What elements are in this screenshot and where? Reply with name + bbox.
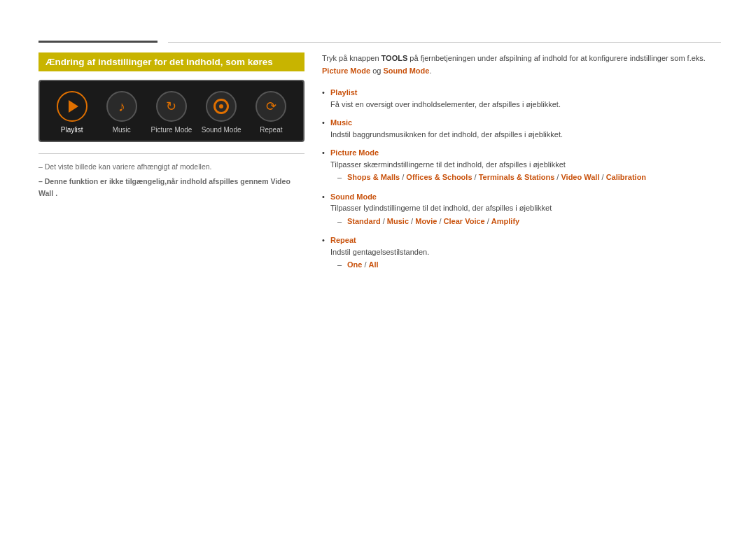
device-panel: Playlist ♪ Music ↻ Picture Mode [38, 80, 304, 142]
music-sound: Music [387, 217, 409, 225]
panel-label-sound: Sound Mode [202, 126, 241, 134]
picture-sub-list: Shops & Malls / Offices & Schools / Term… [330, 171, 718, 184]
intro-paragraph: Tryk på knappen TOOLS på fjernbetjeninge… [322, 52, 718, 77]
terminals-stations: Terminals & Stations [479, 173, 555, 181]
item-title-music: Music [330, 118, 352, 127]
sound-sub-list: Standard / Music / Movie / Clear Voice /… [330, 216, 718, 228]
offices-schools: Offices & Schools [406, 173, 472, 181]
item-title-playlist: Playlist [330, 88, 358, 97]
shops-malls: Shops & Malls [347, 173, 400, 181]
item-desc-picture: Tilpasser skærmindstillingerne til det i… [330, 159, 718, 171]
sound-mode-icon [214, 99, 229, 114]
panel-label-picture: Picture Mode [151, 126, 192, 134]
item-title-picture: Picture Mode [330, 148, 379, 157]
intro-end: . [429, 66, 431, 75]
intro-link-picture-mode: Picture Mode [322, 66, 370, 75]
playlist-icon [69, 100, 78, 113]
note-2: – Denne funktion er ikke tilgængelig,når… [38, 176, 304, 199]
panel-item-sound[interactable]: Sound Mode [200, 91, 242, 134]
all: All [369, 260, 379, 269]
one: One [347, 260, 362, 269]
list-item-picture: Picture Mode Tilpasser skærmindstillinge… [322, 147, 718, 184]
intro-bold: TOOLS [382, 54, 408, 62]
item-desc-music: Indstil baggrundsmusiknken for det indho… [330, 129, 718, 141]
list-item-sound: Sound Mode Tilpasser lydindstillingerne … [322, 191, 718, 228]
picture-mode-icon: ↻ [166, 100, 176, 113]
panel-label-repeat: Repeat [260, 126, 282, 134]
music-icon: ♪ [118, 99, 125, 113]
note-2-end: . [55, 189, 57, 197]
standard: Standard [347, 217, 381, 225]
panel-item-picture[interactable]: ↻ Picture Mode [150, 91, 192, 134]
intro-mid: på fjernbetjeningen under afspilning af … [407, 54, 706, 62]
note-1: – Det viste billede kan variere afhængig… [38, 161, 304, 173]
sound-icon-circle [206, 91, 237, 122]
panel-label-music: Music [113, 126, 131, 134]
note-2-text: – Denne funktion er ikke tilgængelig,når… [38, 177, 268, 185]
item-title-sound: Sound Mode [330, 192, 377, 201]
intro-start: Tryk på knappen [322, 54, 382, 62]
right-column: Tryk på knappen TOOLS på fjernbetjeninge… [322, 52, 718, 279]
panel-item-repeat[interactable]: ⟳ Repeat [250, 91, 292, 134]
list-item-music: Music Indstil baggrundsmusiknken for det… [322, 117, 718, 140]
amplify: Amplify [491, 217, 519, 225]
picture-sub-item: Shops & Malls / Offices & Schools / Term… [337, 171, 718, 184]
main-bullet-list: Playlist Få vist en oversigt over indhol… [322, 87, 718, 272]
list-item-playlist: Playlist Få vist en oversigt over indhol… [322, 87, 718, 110]
item-desc-sound: Tilpasser lydindstillingerne til det ind… [330, 202, 718, 214]
picture-icon-circle: ↻ [156, 91, 187, 122]
sound-sub-item: Standard / Music / Movie / Clear Voice /… [337, 216, 718, 228]
clear-voice: Clear Voice [444, 217, 485, 225]
item-desc-repeat: Indstil gentagelsestilstanden. [330, 246, 718, 258]
intro-link-sound-mode: Sound Mode [383, 66, 429, 75]
repeat-sub-list: One / All [330, 259, 718, 272]
sound-mode-inner-dot [219, 104, 223, 108]
music-icon-circle: ♪ [106, 91, 137, 122]
separator [38, 153, 304, 154]
repeat-sub-item: One / All [337, 259, 718, 272]
panel-item-music[interactable]: ♪ Music [101, 91, 143, 134]
playlist-icon-circle [57, 91, 88, 122]
list-item-repeat: Repeat Indstil gentagelsestilstanden. On… [322, 234, 718, 272]
panel-label-playlist: Playlist [61, 126, 83, 134]
repeat-icon: ⟳ [266, 100, 276, 113]
item-title-repeat: Repeat [330, 236, 356, 244]
panel-item-playlist[interactable]: Playlist [51, 91, 93, 134]
movie: Movie [415, 217, 437, 225]
left-column: Ændring af indstillinger for det indhold… [38, 52, 304, 202]
repeat-icon-circle: ⟳ [255, 91, 286, 122]
calibration: Calibration [606, 173, 646, 181]
item-desc-playlist: Få vist en oversigt over indholdselement… [330, 99, 718, 111]
intro-og: og [370, 66, 383, 75]
video-wall: Video Wall [561, 173, 599, 181]
section-title: Ændring af indstillinger for det indhold… [38, 52, 304, 71]
